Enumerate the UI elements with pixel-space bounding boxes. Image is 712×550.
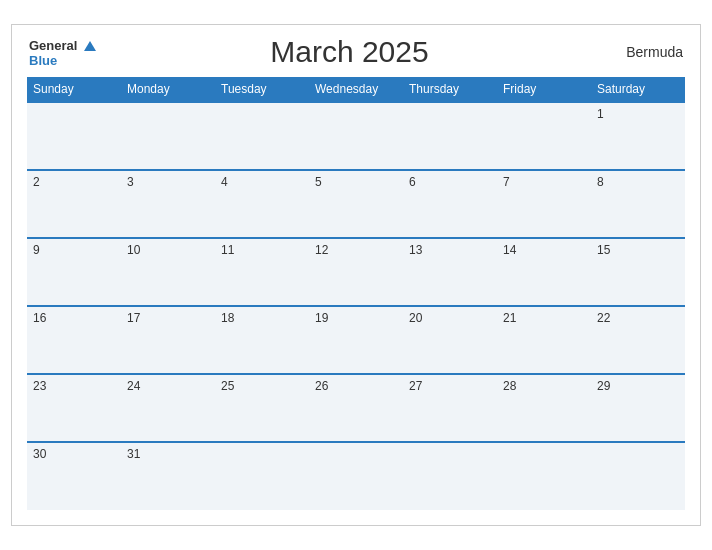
day-cell-28: 28 bbox=[497, 374, 591, 442]
logo-general: General bbox=[29, 36, 96, 54]
empty-cell bbox=[403, 102, 497, 170]
day-cell-7: 7 bbox=[497, 170, 591, 238]
day-number: 8 bbox=[597, 175, 604, 189]
empty-cell bbox=[497, 102, 591, 170]
weekday-header-saturday: Saturday bbox=[591, 77, 685, 102]
day-number: 24 bbox=[127, 379, 140, 393]
day-number: 13 bbox=[409, 243, 422, 257]
day-number: 10 bbox=[127, 243, 140, 257]
day-cell-13: 13 bbox=[403, 238, 497, 306]
logo-blue: Blue bbox=[29, 54, 96, 68]
day-cell-16: 16 bbox=[27, 306, 121, 374]
week-row-2: 2345678 bbox=[27, 170, 685, 238]
day-number: 30 bbox=[33, 447, 46, 461]
day-number: 29 bbox=[597, 379, 610, 393]
empty-cell bbox=[403, 442, 497, 510]
day-number: 5 bbox=[315, 175, 322, 189]
weekday-header-friday: Friday bbox=[497, 77, 591, 102]
day-cell-23: 23 bbox=[27, 374, 121, 442]
day-cell-24: 24 bbox=[121, 374, 215, 442]
day-number: 23 bbox=[33, 379, 46, 393]
day-cell-19: 19 bbox=[309, 306, 403, 374]
week-row-3: 9101112131415 bbox=[27, 238, 685, 306]
day-cell-17: 17 bbox=[121, 306, 215, 374]
empty-cell bbox=[215, 102, 309, 170]
day-cell-29: 29 bbox=[591, 374, 685, 442]
day-number: 19 bbox=[315, 311, 328, 325]
day-cell-12: 12 bbox=[309, 238, 403, 306]
week-row-6: 3031 bbox=[27, 442, 685, 510]
week-row-5: 23242526272829 bbox=[27, 374, 685, 442]
empty-cell bbox=[27, 102, 121, 170]
day-number: 31 bbox=[127, 447, 140, 461]
empty-cell bbox=[591, 442, 685, 510]
day-number: 4 bbox=[221, 175, 228, 189]
empty-cell bbox=[215, 442, 309, 510]
day-number: 2 bbox=[33, 175, 40, 189]
day-cell-21: 21 bbox=[497, 306, 591, 374]
day-cell-22: 22 bbox=[591, 306, 685, 374]
day-cell-4: 4 bbox=[215, 170, 309, 238]
day-number: 21 bbox=[503, 311, 516, 325]
day-number: 22 bbox=[597, 311, 610, 325]
day-cell-15: 15 bbox=[591, 238, 685, 306]
weekday-header-monday: Monday bbox=[121, 77, 215, 102]
empty-cell bbox=[309, 442, 403, 510]
empty-cell bbox=[497, 442, 591, 510]
day-number: 28 bbox=[503, 379, 516, 393]
day-number: 16 bbox=[33, 311, 46, 325]
calendar-container: General Blue March 2025 Bermuda SundayMo… bbox=[11, 24, 701, 526]
logo: General Blue bbox=[29, 36, 96, 68]
calendar-title: March 2025 bbox=[96, 35, 603, 69]
day-number: 6 bbox=[409, 175, 416, 189]
day-cell-9: 9 bbox=[27, 238, 121, 306]
week-row-1: 1 bbox=[27, 102, 685, 170]
day-number: 27 bbox=[409, 379, 422, 393]
day-number: 3 bbox=[127, 175, 134, 189]
day-cell-27: 27 bbox=[403, 374, 497, 442]
day-cell-10: 10 bbox=[121, 238, 215, 306]
weekday-row: SundayMondayTuesdayWednesdayThursdayFrid… bbox=[27, 77, 685, 102]
day-number: 1 bbox=[597, 107, 604, 121]
logo-triangle-icon bbox=[84, 41, 96, 51]
day-cell-1: 1 bbox=[591, 102, 685, 170]
day-number: 7 bbox=[503, 175, 510, 189]
day-cell-6: 6 bbox=[403, 170, 497, 238]
day-cell-8: 8 bbox=[591, 170, 685, 238]
day-cell-25: 25 bbox=[215, 374, 309, 442]
day-cell-30: 30 bbox=[27, 442, 121, 510]
day-number: 12 bbox=[315, 243, 328, 257]
day-number: 20 bbox=[409, 311, 422, 325]
day-cell-14: 14 bbox=[497, 238, 591, 306]
weekday-header-sunday: Sunday bbox=[27, 77, 121, 102]
weekday-header-thursday: Thursday bbox=[403, 77, 497, 102]
empty-cell bbox=[309, 102, 403, 170]
day-cell-26: 26 bbox=[309, 374, 403, 442]
day-number: 14 bbox=[503, 243, 516, 257]
day-number: 26 bbox=[315, 379, 328, 393]
weekday-header-wednesday: Wednesday bbox=[309, 77, 403, 102]
calendar-weekday-header: SundayMondayTuesdayWednesdayThursdayFrid… bbox=[27, 77, 685, 102]
day-number: 15 bbox=[597, 243, 610, 257]
day-cell-5: 5 bbox=[309, 170, 403, 238]
day-cell-20: 20 bbox=[403, 306, 497, 374]
day-number: 17 bbox=[127, 311, 140, 325]
empty-cell bbox=[121, 102, 215, 170]
calendar-grid: SundayMondayTuesdayWednesdayThursdayFrid… bbox=[27, 77, 685, 510]
day-cell-18: 18 bbox=[215, 306, 309, 374]
day-cell-2: 2 bbox=[27, 170, 121, 238]
day-number: 18 bbox=[221, 311, 234, 325]
calendar-header: General Blue March 2025 Bermuda bbox=[27, 35, 685, 69]
calendar-body: 1234567891011121314151617181920212223242… bbox=[27, 102, 685, 510]
weekday-header-tuesday: Tuesday bbox=[215, 77, 309, 102]
week-row-4: 16171819202122 bbox=[27, 306, 685, 374]
day-number: 25 bbox=[221, 379, 234, 393]
calendar-region: Bermuda bbox=[603, 44, 683, 60]
day-cell-31: 31 bbox=[121, 442, 215, 510]
day-number: 11 bbox=[221, 243, 234, 257]
day-number: 9 bbox=[33, 243, 40, 257]
day-cell-3: 3 bbox=[121, 170, 215, 238]
day-cell-11: 11 bbox=[215, 238, 309, 306]
